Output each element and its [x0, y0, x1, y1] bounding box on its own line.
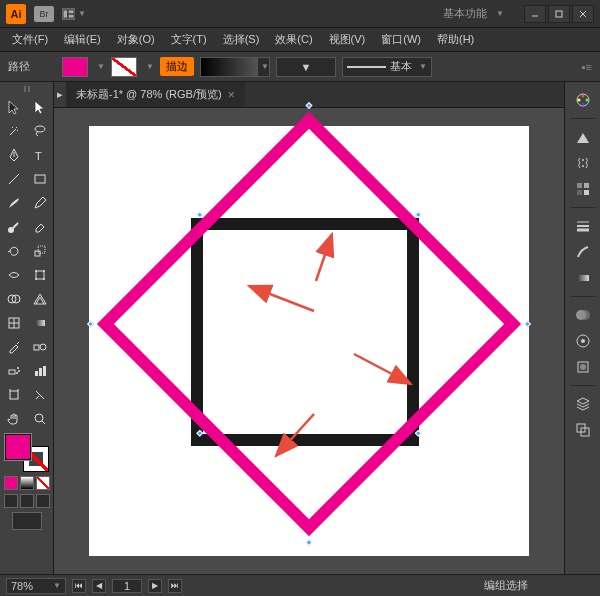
draw-behind-icon[interactable] [20, 494, 34, 508]
artboard-number-input[interactable]: 1 [112, 579, 142, 593]
first-artboard-button[interactable]: ⏮ [72, 579, 86, 593]
svg-rect-58 [577, 275, 589, 281]
eyedropper-tool-icon[interactable] [2, 336, 26, 358]
svg-point-49 [582, 159, 584, 161]
width-tool-icon[interactable] [2, 264, 26, 286]
last-artboard-button[interactable]: ⏭ [168, 579, 182, 593]
menu-edit[interactable]: 编辑(E) [58, 30, 107, 49]
svg-rect-26 [34, 345, 39, 350]
paintbrush-tool-icon[interactable] [2, 192, 26, 214]
stroke-pt-input[interactable]: ▼ [276, 57, 336, 77]
stroke-label[interactable]: 描边 [160, 57, 194, 76]
magenta-diamond-shape[interactable] [97, 112, 521, 536]
canvas-area[interactable] [54, 108, 564, 574]
artboard[interactable] [89, 126, 529, 556]
right-panel-dock [564, 82, 600, 574]
color-guide-panel-icon[interactable] [570, 125, 596, 149]
menu-help[interactable]: 帮助(H) [431, 30, 480, 49]
app-logo-icon: Ai [6, 4, 26, 24]
panel-grip-icon[interactable] [12, 86, 42, 94]
hand-tool-icon[interactable] [2, 408, 26, 430]
column-graph-tool-icon[interactable] [28, 360, 52, 382]
svg-rect-32 [35, 371, 38, 376]
color-mode-icon[interactable] [4, 476, 18, 490]
selection-tool-icon[interactable] [2, 96, 26, 118]
line-tool-icon[interactable] [2, 168, 26, 190]
artboard-tool-icon[interactable] [2, 384, 26, 406]
pencil-tool-icon[interactable] [28, 192, 52, 214]
symbol-sprayer-tool-icon[interactable] [2, 360, 26, 382]
none-mode-icon[interactable] [36, 476, 50, 490]
perspective-grid-tool-icon[interactable] [28, 288, 52, 310]
arrange-documents-icon[interactable]: ▼ [62, 5, 86, 23]
transparency-panel-icon[interactable] [570, 303, 596, 327]
panel-menu-icon[interactable]: ▪≡ [582, 61, 592, 73]
statusbar: 78%▼ ⏮ ◀ 1 ▶ ⏭ 编组选择 [0, 574, 600, 596]
zoom-tool-icon[interactable] [28, 408, 52, 430]
menu-window[interactable]: 窗口(W) [375, 30, 427, 49]
svg-rect-51 [577, 183, 582, 188]
rectangle-tool-icon[interactable] [28, 168, 52, 190]
graphic-styles-panel-icon[interactable] [570, 355, 596, 379]
layers-panel-icon[interactable] [570, 392, 596, 416]
shape-builder-tool-icon[interactable] [2, 288, 26, 310]
menu-effect[interactable]: 效果(C) [269, 30, 318, 49]
stroke-panel-icon[interactable] [570, 214, 596, 238]
next-artboard-button[interactable]: ▶ [148, 579, 162, 593]
pen-tool-icon[interactable] [2, 144, 26, 166]
draw-inside-icon[interactable] [36, 494, 50, 508]
menu-view[interactable]: 视图(V) [323, 30, 372, 49]
close-button[interactable] [572, 5, 594, 23]
stroke-weight-input[interactable]: ▼ [200, 57, 270, 77]
maximize-button[interactable] [548, 5, 570, 23]
svg-point-48 [577, 99, 580, 102]
svg-rect-2 [69, 10, 74, 13]
blob-brush-tool-icon[interactable] [2, 216, 26, 238]
eraser-tool-icon[interactable] [28, 216, 52, 238]
svg-rect-52 [584, 183, 589, 188]
free-transform-tool-icon[interactable] [28, 264, 52, 286]
prev-artboard-button[interactable]: ◀ [92, 579, 106, 593]
menu-object[interactable]: 对象(O) [111, 30, 161, 49]
rotate-tool-icon[interactable] [2, 240, 26, 262]
bridge-icon[interactable]: Br [34, 6, 54, 22]
scale-tool-icon[interactable] [28, 240, 52, 262]
magic-wand-tool-icon[interactable] [2, 120, 26, 142]
appearance-panel-icon[interactable] [570, 329, 596, 353]
gradient-mode-icon[interactable] [20, 476, 34, 490]
gradient-tool-icon[interactable] [28, 312, 52, 334]
mesh-tool-icon[interactable] [2, 312, 26, 334]
stroke-color-swatch[interactable] [111, 57, 137, 77]
zoom-input[interactable]: 78%▼ [6, 578, 66, 594]
document-tab[interactable]: 未标题-1* @ 78% (RGB/预览) × [66, 82, 245, 107]
screen-mode-icon[interactable] [12, 512, 42, 530]
draw-normal-icon[interactable] [4, 494, 18, 508]
width-profile-dropdown[interactable]: 基本▼ [342, 57, 432, 77]
svg-rect-15 [36, 271, 44, 279]
fill-stroke-indicator[interactable] [5, 434, 49, 472]
svg-rect-35 [10, 391, 18, 399]
svg-point-60 [580, 310, 590, 320]
direct-selection-tool-icon[interactable] [28, 96, 52, 118]
gradient-panel-icon[interactable] [570, 266, 596, 290]
slice-tool-icon[interactable] [28, 384, 52, 406]
artboards-panel-icon[interactable] [570, 418, 596, 442]
workspace-switcher[interactable]: 基本功能 [443, 6, 487, 21]
blend-tool-icon[interactable] [28, 336, 52, 358]
fill-box-icon[interactable] [5, 434, 31, 460]
menu-file[interactable]: 文件(F) [6, 30, 54, 49]
type-tool-icon[interactable]: T [28, 144, 52, 166]
minimize-button[interactable] [524, 5, 546, 23]
symbols-panel-icon[interactable] [570, 151, 596, 175]
menu-type[interactable]: 文字(T) [165, 30, 213, 49]
fill-color-swatch[interactable] [62, 57, 88, 77]
collapse-panel-icon[interactable]: ▸ [54, 82, 66, 107]
menu-select[interactable]: 选择(S) [217, 30, 266, 49]
color-panel-icon[interactable] [570, 88, 596, 112]
svg-point-50 [582, 165, 584, 167]
swatches-panel-icon[interactable] [570, 177, 596, 201]
lasso-tool-icon[interactable] [28, 120, 52, 142]
brushes-panel-icon[interactable] [570, 240, 596, 264]
document-tab-strip: ▸ 未标题-1* @ 78% (RGB/预览) × [54, 82, 564, 108]
close-icon[interactable]: × [228, 88, 235, 102]
